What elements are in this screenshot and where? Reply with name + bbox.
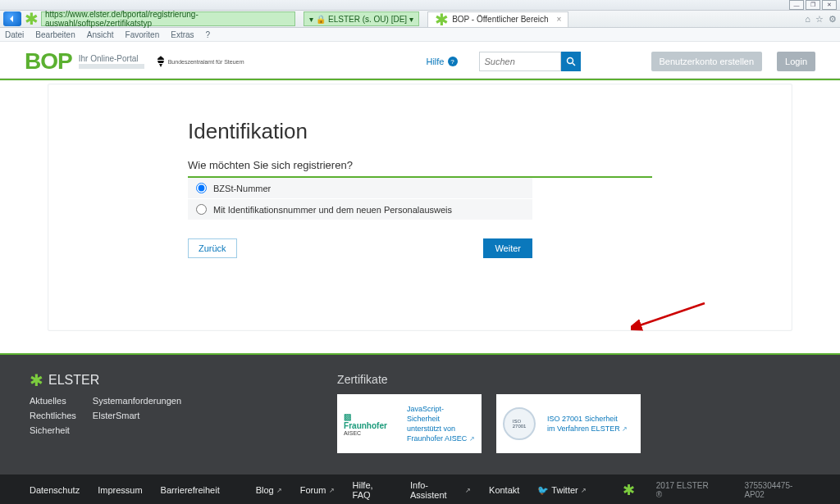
tab-favicon: ✱ [435, 14, 449, 25]
search-box [479, 52, 581, 71]
option-label: BZSt-Nummer [213, 184, 271, 193]
twitter-icon: 🐦 [537, 485, 549, 496]
external-link-icon: ↗ [329, 487, 335, 494]
footer-barrierefreiheit[interactable]: Barrierefreiheit [161, 485, 220, 495]
menu-bearbeiten[interactable]: Bearbeiten [35, 30, 75, 39]
footer-cert-title: Zertifikate [337, 373, 641, 386]
home-icon[interactable]: ⌂ [805, 14, 810, 25]
create-account-button[interactable]: Benutzerkonto erstellen [651, 52, 763, 71]
login-button[interactable]: Login [777, 52, 815, 71]
next-button[interactable]: Weiter [483, 238, 532, 258]
option-bzst-nummer[interactable]: BZSt-Nummer [188, 178, 532, 199]
site-header: BOP Ihr Online-Portal Bundeszentralamt f… [0, 42, 840, 79]
search-input[interactable] [479, 52, 561, 71]
footer-build-id: 3755304475-AP02 [744, 481, 810, 499]
favorites-icon[interactable]: ☆ [815, 14, 824, 25]
page-title: Identifikation [188, 119, 652, 144]
search-button[interactable] [561, 52, 581, 71]
menu-extras[interactable]: Extras [171, 30, 194, 39]
star-icon: ✱ [623, 481, 635, 499]
menu-favoriten[interactable]: Favoriten [126, 30, 160, 39]
footer-copyright: 2017 ELSTER ® [656, 481, 715, 499]
logo-subtitle: Ihr Online-Portal [79, 55, 144, 69]
menu-ansicht[interactable]: Ansicht [87, 30, 114, 39]
annotation-arrow [631, 302, 713, 343]
cert-iso27001[interactable]: ISO27001 ISO 27001 Sicherheit im Verfahr… [496, 394, 641, 453]
external-link-icon: ↗ [465, 487, 471, 494]
option-personalausweis[interactable]: Mit Identifikationsnummer und dem neuen … [188, 199, 532, 220]
svg-line-2 [637, 303, 705, 326]
footer-forum[interactable]: Forum↗ [300, 485, 335, 495]
footer-link-sicherheit[interactable]: Sicherheit [30, 425, 76, 435]
footer-link-systemanforderungen[interactable]: Systemanforderungen [93, 396, 181, 406]
site-footer: ✱ ELSTER Aktuelles Systemanforderungen R… [0, 353, 840, 504]
radio-personalausweis[interactable] [196, 204, 207, 215]
option-label: Mit Identifikationsnummer und dem neuen … [213, 205, 452, 215]
logo-bop[interactable]: BOP [25, 48, 72, 75]
footer-brand: ✱ ELSTER [30, 373, 181, 388]
footer-link-aktuelles[interactable]: Aktuelles [30, 396, 76, 406]
footer-link-elstersmart[interactable]: ElsterSmart [93, 411, 181, 420]
search-icon [566, 57, 576, 66]
registration-question: Wie möchten Sie sich registrieren? [188, 159, 652, 171]
back-button[interactable]: Zurück [188, 238, 237, 258]
menu-datei[interactable]: Datei [5, 30, 24, 39]
footer-blog[interactable]: Blog↗ [256, 485, 282, 495]
tab-title: BOP - Öffentlicher Bereich [452, 15, 548, 24]
browser-address-bar: ✱ https://www.elster.de/bportal/registri… [0, 11, 840, 28]
site-favicon: ✱ [25, 12, 38, 25]
window-restore-button[interactable]: ❐ [806, 0, 820, 10]
iso-badge-icon: ISO27001 [503, 407, 536, 440]
svg-point-0 [567, 58, 573, 64]
footer-info-assistent[interactable]: Info-Assistent↗ [410, 480, 471, 500]
url-field[interactable]: https://www.elster.de/bportal/registrier… [41, 11, 295, 26]
lock-icon: 🔒 [316, 15, 326, 24]
ssl-label: ELSTER (s. OU) [DE] [328, 15, 407, 24]
tools-icon[interactable]: ⚙ [829, 14, 837, 25]
external-link-icon: ↗ [276, 487, 282, 494]
browser-tab[interactable]: ✱ BOP - Öffentlicher Bereich × [427, 11, 568, 27]
window-close-button[interactable]: ✕ [822, 0, 837, 10]
dropdown-icon: ▾ [409, 15, 413, 24]
star-icon: ✱ [30, 375, 43, 386]
browser-back-button[interactable] [3, 11, 21, 26]
browser-menu-bar: Datei Bearbeiten Ansicht Favoriten Extra… [0, 28, 840, 42]
help-icon: ? [448, 57, 458, 66]
footer-link-rechtliches[interactable]: Rechtliches [30, 411, 76, 420]
eagle-icon [156, 56, 166, 67]
footer-impressum[interactable]: Impressum [98, 485, 142, 495]
dropdown-icon: ▾ [309, 15, 313, 24]
main-card: Identifikation Wie möchten Sie sich regi… [48, 84, 792, 331]
menu-help[interactable]: ? [206, 30, 211, 39]
svg-line-1 [573, 63, 575, 66]
radio-bzst[interactable] [196, 183, 207, 193]
external-link-icon: ↗ [581, 487, 587, 494]
window-minimize-button[interactable]: — [789, 0, 804, 10]
tab-close-icon[interactable]: × [557, 15, 562, 24]
external-link-icon: ↗ [469, 435, 475, 443]
external-link-icon: ↗ [622, 425, 628, 433]
footer-hilfe-faq[interactable]: Hilfe, FAQ [353, 480, 392, 500]
ssl-identity[interactable]: ▾ 🔒 ELSTER (s. OU) [DE] ▾ [304, 11, 419, 26]
arrow-left-icon [8, 15, 16, 23]
cert-fraunhofer[interactable]: ▨ Fraunhofer AISEC JavaScript-Sicherheit… [337, 394, 482, 453]
footer-datenschutz[interactable]: Datenschutz [30, 485, 80, 495]
footer-twitter[interactable]: 🐦Twitter↗ [537, 485, 586, 496]
footer-kontakt[interactable]: Kontakt [489, 485, 519, 495]
ministry-emblem: Bundeszentralamt für Steuern [156, 56, 244, 67]
help-link[interactable]: Hilfe ? [426, 57, 457, 66]
